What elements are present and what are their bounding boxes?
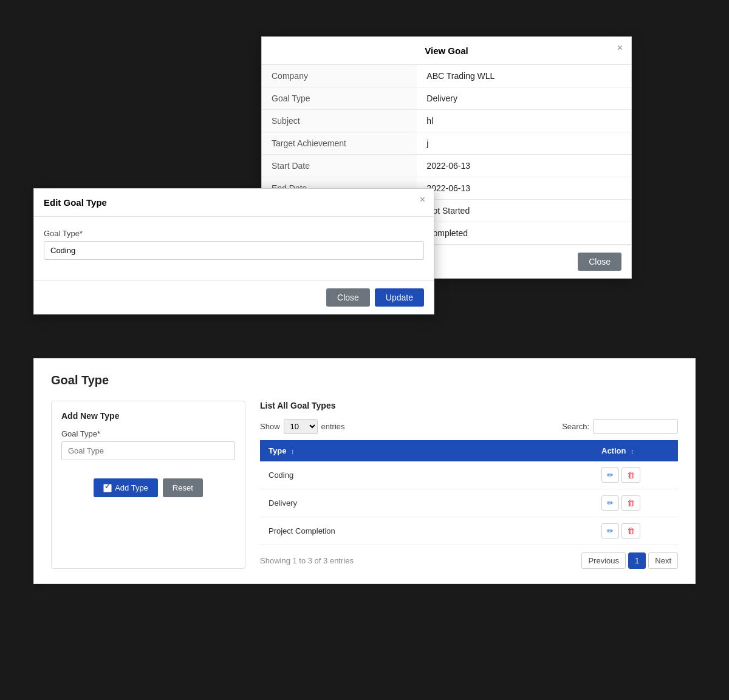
action-buttons-project: ✏ 🗑 xyxy=(601,523,669,539)
search-input[interactable] xyxy=(593,419,678,434)
table-row: Target Achievement j xyxy=(262,132,631,155)
list-panel-title: List All Goal Types xyxy=(260,401,678,410)
action-buttons-coding: ✏ 🗑 xyxy=(601,467,669,483)
sort-action-icon: ↕ xyxy=(631,447,634,455)
table-info: Showing 1 to 3 of 3 entries xyxy=(260,556,354,565)
next-button[interactable]: Next xyxy=(648,552,678,569)
field-value-end-date: 2022-06-13 xyxy=(417,177,631,200)
field-value-company: ABC Trading WLL xyxy=(417,65,631,87)
delete-project-button[interactable]: 🗑 xyxy=(621,523,640,539)
table-controls: Show 5 10 25 50 100 entries Search: xyxy=(260,419,678,434)
view-goal-close-button[interactable]: Close xyxy=(578,253,621,271)
field-value-subject: hl xyxy=(417,110,631,132)
action-cell-project: ✏ 🗑 xyxy=(593,517,678,545)
add-panel: Add New Type Goal Type* ✓ Add Type Reset xyxy=(51,401,245,569)
checkbox-icon: ✓ xyxy=(103,484,112,492)
list-panel: List All Goal Types Show 5 10 25 50 100 … xyxy=(260,401,678,569)
view-goal-modal-header: View Goal × xyxy=(262,37,631,65)
edit-coding-button[interactable]: ✏ xyxy=(601,467,619,483)
edit-goal-type-input[interactable] xyxy=(44,241,424,260)
add-form-buttons: ✓ Add Type Reset xyxy=(61,478,235,497)
edit-goal-type-field-group: Goal Type* xyxy=(44,229,424,260)
prev-button[interactable]: Previous xyxy=(581,552,626,569)
field-value-goal-type: Delivery xyxy=(417,87,631,110)
table-row: Goal Type Delivery xyxy=(262,87,631,110)
pagination: Previous 1 Next xyxy=(581,552,678,569)
entries-label: entries xyxy=(321,422,345,431)
table-row: Subject hl xyxy=(262,110,631,132)
page-layout: Add New Type Goal Type* ✓ Add Type Reset… xyxy=(51,401,678,569)
show-entries-control: Show 5 10 25 50 100 entries xyxy=(260,419,345,434)
table-row: Project Completion ✏ 🗑 xyxy=(260,517,678,545)
delete-coding-button[interactable]: 🗑 xyxy=(621,467,640,483)
add-goal-type-input[interactable] xyxy=(61,441,235,460)
page-title: Goal Type xyxy=(51,373,678,387)
edit-update-button[interactable]: Update xyxy=(375,288,424,307)
action-cell-coding: ✏ 🗑 xyxy=(593,461,678,489)
reset-button[interactable]: Reset xyxy=(163,478,203,497)
add-goal-type-field-group: Goal Type* xyxy=(61,429,235,469)
action-cell-delivery: ✏ 🗑 xyxy=(593,489,678,517)
sort-type-icon: ↕ xyxy=(291,447,295,455)
search-box: Search: xyxy=(562,419,678,434)
add-panel-title: Add New Type xyxy=(61,411,235,421)
add-type-button[interactable]: ✓ Add Type xyxy=(94,478,158,497)
field-label-target: Target Achievement xyxy=(262,132,417,155)
list-panel-title-rest: Goal Types xyxy=(288,401,335,410)
view-goal-close-x[interactable]: × xyxy=(617,43,623,53)
show-label: Show xyxy=(260,422,280,431)
field-value-not-started: Not Started xyxy=(417,200,631,222)
table-footer: Showing 1 to 3 of 3 entries Previous 1 N… xyxy=(260,552,678,569)
type-project-completion: Project Completion xyxy=(260,517,593,545)
add-goal-type-label: Goal Type* xyxy=(61,429,235,438)
table-row: Start Date 2022-06-13 xyxy=(262,155,631,177)
goal-types-table: Type ↕ Action ↕ Coding xyxy=(260,440,678,545)
field-value-completed: Completed xyxy=(417,222,631,245)
field-label-subject: Subject xyxy=(262,110,417,132)
edit-delivery-button[interactable]: ✏ xyxy=(601,495,619,511)
view-goal-title: View Goal xyxy=(425,46,468,56)
col-type: Type ↕ xyxy=(260,440,593,461)
table-row: Company ABC Trading WLL xyxy=(262,65,631,87)
goal-type-page: Goal Type Add New Type Goal Type* ✓ Add … xyxy=(33,358,696,584)
edit-modal-header: Edit Goal Type × xyxy=(34,189,434,217)
edit-goal-type-modal: Edit Goal Type × Goal Type* Close Update xyxy=(33,188,434,314)
action-buttons-delivery: ✏ 🗑 xyxy=(601,495,669,511)
edit-modal-body: Goal Type* xyxy=(34,217,434,280)
field-value-start-date: 2022-06-13 xyxy=(417,155,631,177)
field-label-start-date: Start Date xyxy=(262,155,417,177)
field-label-goal-type: Goal Type xyxy=(262,87,417,110)
edit-goal-type-label: Goal Type* xyxy=(44,229,424,238)
page-1-button[interactable]: 1 xyxy=(628,552,646,569)
add-panel-title-rest: Type xyxy=(98,411,120,421)
col-action: Action ↕ xyxy=(593,440,678,461)
edit-project-button[interactable]: ✏ xyxy=(601,523,619,539)
edit-modal-close-x[interactable]: × xyxy=(420,195,425,205)
table-row: Coding ✏ 🗑 xyxy=(260,461,678,489)
field-label-company: Company xyxy=(262,65,417,87)
type-delivery: Delivery xyxy=(260,489,593,517)
type-coding: Coding xyxy=(260,461,593,489)
edit-modal-title: Edit Goal Type xyxy=(44,197,107,208)
entries-select[interactable]: 5 10 25 50 100 xyxy=(284,419,318,434)
search-label: Search: xyxy=(562,422,589,431)
field-value-target: j xyxy=(417,132,631,155)
edit-close-button[interactable]: Close xyxy=(326,288,370,307)
delete-delivery-button[interactable]: 🗑 xyxy=(621,495,640,511)
edit-modal-footer: Close Update xyxy=(34,280,434,314)
list-panel-title-bold: List All xyxy=(260,401,288,410)
table-row: Delivery ✏ 🗑 xyxy=(260,489,678,517)
add-panel-title-bold: Add New xyxy=(61,411,98,421)
